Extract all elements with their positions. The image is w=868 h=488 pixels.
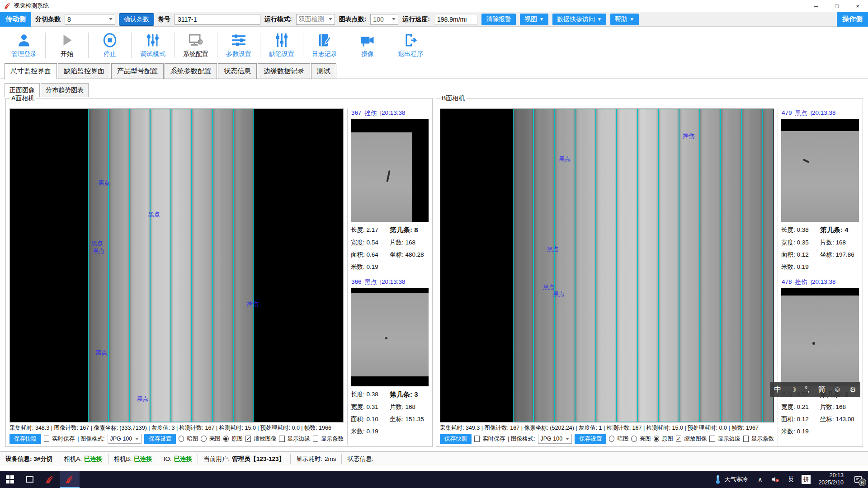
close-button[interactable]: × [847,0,868,12]
parameter-settings-button[interactable]: 参数设置 [219,32,258,58]
tab-system-param-config[interactable]: 系统参数配置 [165,63,217,79]
panel-b-title: B面相机 [440,94,467,103]
defect-settings-button[interactable]: 缺陷设置 [262,32,301,58]
save-settings-button[interactable]: 保存设置 [575,434,606,444]
defect-info: 长度: 0.38 第几条: 4 宽度: 0.35 片数: 168 面积: 0.1… [781,222,859,271]
camera-a-image[interactable]: 黑点 黑点 黑点 黑点 挫伤 黑点 黑点 [9,108,344,422]
drive-side-button[interactable]: 传动侧 [0,12,31,27]
show-edges-checkbox[interactable] [709,436,715,442]
start-button[interactable]: 开始 [47,32,86,58]
bright-image-radio[interactable] [201,436,206,442]
save-snapshot-button[interactable]: 保存快照 [9,434,41,444]
language-indicator[interactable]: 英 [783,471,798,488]
running-app-button[interactable] [60,471,80,488]
show-strip-count-label: 显示条数 [751,435,774,443]
ime-settings-gear-icon[interactable]: ⚙ [849,385,856,394]
ime-mode-button[interactable]: 中 [774,385,781,394]
clock-widget[interactable]: 20:13 2025/2/10 [814,472,848,486]
tab-product-model-config[interactable]: 产品型号配置 [111,63,164,79]
admin-login-button[interactable]: 管理登录 [5,32,43,58]
dark-image-radio[interactable] [609,436,614,442]
tab-status-info[interactable]: 状态信息 [218,63,257,79]
roll-number-input[interactable]: 3117-1 [175,14,260,25]
defect-marker-label: 黑点 [91,239,103,248]
camera-b-image[interactable]: 挫伤 黑点 黑点 黑点 黑点 [440,108,774,422]
app-logo-icon [65,474,75,484]
original-image-radio[interactable] [654,436,659,442]
stop-button[interactable]: 停止 [90,32,129,58]
debug-mode-button[interactable]: 调试模式 [133,32,172,58]
window-title: 视觉检测系统 [14,2,49,10]
show-strip-count-checkbox[interactable] [313,436,318,442]
save-snapshot-button[interactable]: 保存快照 [440,434,472,444]
dark-image-radio[interactable] [179,436,184,442]
operator-side-button[interactable]: 操作侧 [837,12,868,27]
original-image-label: 原图 [662,435,673,443]
chevron-down-icon [135,438,139,440]
confirm-count-button[interactable]: 确认条数 [119,14,154,25]
run-mode-value: 双面检测 [299,15,324,23]
main-tab-bar: 尺寸监控界面 缺陷监控界面 产品型号配置 系统参数配置 状态信息 边缘数据记录 … [0,64,868,79]
tray-expand-button[interactable]: ∧ [752,471,768,488]
defect-id: 367 [351,109,362,117]
system-config-button[interactable]: 系统配置 [176,32,215,58]
realtime-save-label: 实时保存 [52,435,75,443]
data-quick-access-menu-button[interactable]: 数据快捷访问 ▼ [552,14,606,25]
io-conn-label: IO: [164,455,172,462]
clear-alarm-button[interactable]: 清除报警 [481,14,516,25]
ime-simplified-button[interactable]: 简 [818,385,826,394]
task-view-button[interactable] [20,471,40,488]
show-edges-label: 显示边缘 [718,435,741,443]
tab-defect-monitor[interactable]: 缺陷监控界面 [58,63,110,79]
original-image-radio[interactable] [223,436,229,442]
ime-punctuation-icon[interactable]: °, [805,385,810,394]
tab-size-monitor[interactable]: 尺寸监控界面 [5,63,57,79]
pinned-app-button[interactable] [40,471,60,488]
dropdown-arrow-icon: ▼ [630,17,634,22]
window-titlebar: 视觉检测系统 ─ □ × [0,0,868,12]
realtime-save-label: 实时保存 [482,435,505,443]
maximize-button[interactable]: □ [826,0,847,12]
show-strip-count-checkbox[interactable] [743,436,749,442]
save-settings-button[interactable]: 保存设置 [144,434,176,444]
defect-card: 479 黑点 |20:13:38 长度: 0.38 第几条: 4 宽度: 0.3… [781,108,859,271]
subtab-trend-chart[interactable]: 分布趋势图表 [41,83,89,97]
weather-widget[interactable]: 天气寒冷 [710,471,752,488]
help-menu-button[interactable]: 帮助 ▼ [610,14,639,25]
tab-edge-data-record[interactable]: 边缘数据记录 [258,63,310,79]
slit-count-select[interactable]: 8 [65,14,115,25]
realtime-save-checkbox[interactable] [44,436,49,442]
start-button[interactable] [0,471,20,488]
bright-image-radio[interactable] [631,436,637,442]
chevron-down-icon [392,18,396,20]
camera-button[interactable]: 摄像 [348,32,387,58]
roll-number-label: 卷号 [158,15,170,23]
defect-thumbnail [781,119,859,222]
chart-points-select[interactable]: 100 [370,14,398,25]
realtime-save-checkbox[interactable] [474,436,480,442]
volume-muted-button[interactable] [768,471,783,488]
zoom-image-checkbox[interactable] [676,436,681,442]
task-view-icon [26,476,33,483]
defect-card: 478 挫伤 |20:13:38 长度: 0.57 第几条: 3 宽度: 0.2… [781,277,859,436]
bright-image-label: 亮图 [640,435,651,443]
app-logo-icon [45,474,55,484]
image-format-select[interactable]: JPG 100 [108,434,142,444]
stop-icon [102,32,118,48]
defect-marker-label: 黑点 [148,211,160,219]
show-edges-checkbox[interactable] [279,436,284,442]
view-menu-button[interactable]: 视图 ▼ [520,14,548,25]
zoom-image-checkbox[interactable] [245,436,251,442]
tab-test[interactable]: 测试 [311,63,336,79]
minimize-button[interactable]: ─ [806,0,826,12]
ime-fullwidth-icon[interactable]: ☽ [790,385,796,394]
log-record-button[interactable]: 日志记录 [305,32,344,58]
exit-program-button[interactable]: 退出程序 [391,32,430,58]
run-mode-select[interactable]: 双面检测 [296,14,335,25]
ime-indicator[interactable]: 拼 [798,471,814,488]
top-toolbar: 传动侧 分切条数 8 确认条数 卷号 3117-1 运行模式: 双面检测 图表点… [0,12,868,27]
image-format-select[interactable]: JPG 100 [538,434,572,444]
ime-emoji-icon[interactable]: ☺ [834,385,841,394]
notification-center-button[interactable]: 6 [848,471,868,488]
defect-time: |20:13:38 [380,109,406,117]
